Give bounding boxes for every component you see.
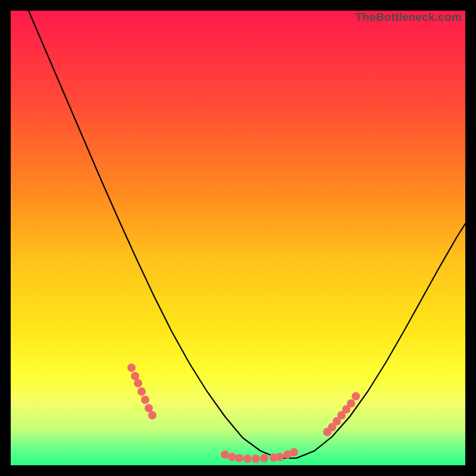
- bottleneck-chart: [11, 11, 465, 465]
- data-point: [127, 364, 136, 372]
- data-point: [235, 454, 243, 462]
- data-point: [243, 455, 252, 463]
- data-point: [137, 387, 146, 396]
- gradient-background: [11, 11, 465, 465]
- data-point: [275, 453, 284, 461]
- data-point: [141, 396, 149, 404]
- data-point: [131, 372, 139, 380]
- watermark-text: TheBottleneck.com: [355, 11, 462, 24]
- data-point: [134, 379, 142, 387]
- data-point: [145, 404, 153, 412]
- data-point: [290, 448, 298, 456]
- chart-frame: TheBottleneck.com: [11, 11, 465, 465]
- data-point: [260, 454, 268, 462]
- data-point: [221, 450, 229, 459]
- data-point: [148, 411, 156, 419]
- data-point: [347, 399, 355, 408]
- data-point: [252, 455, 260, 463]
- data-point: [228, 453, 236, 461]
- data-point: [352, 392, 360, 400]
